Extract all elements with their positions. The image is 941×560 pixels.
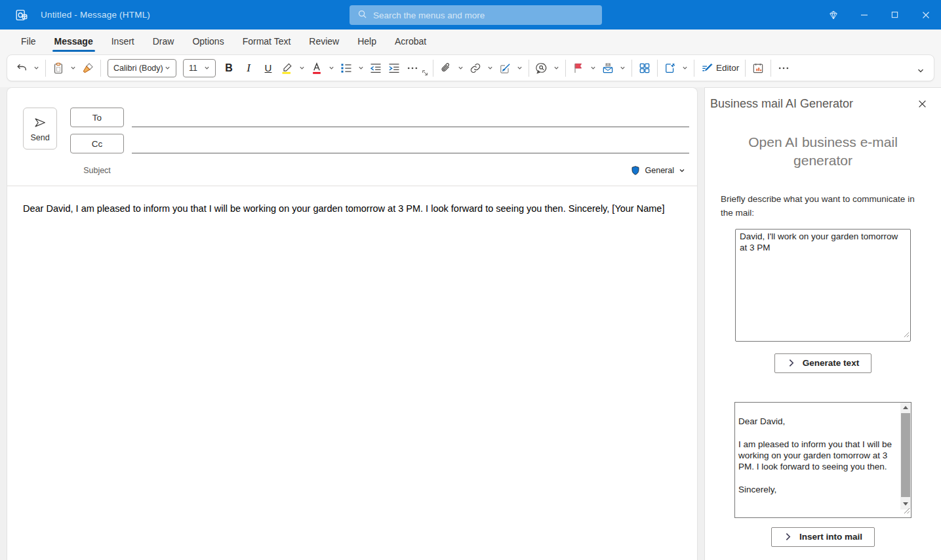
message-compose-area: Send To Cc Subject [7, 87, 698, 560]
scroll-up-button[interactable] [900, 403, 911, 412]
panel-heading: Open AI business e-mail generator [705, 133, 941, 170]
dialog-launcher-icon[interactable] [422, 67, 428, 79]
scroll-thumb[interactable] [901, 413, 910, 497]
subject-label: Subject [70, 166, 124, 175]
output-scrollbar[interactable] [900, 403, 911, 510]
ribbon-search[interactable] [350, 5, 602, 25]
bullets-button[interactable] [337, 58, 355, 79]
tab-draw[interactable]: Draw [144, 30, 184, 54]
ribbon-separator [433, 60, 433, 77]
tab-insert[interactable]: Insert [102, 30, 144, 54]
close-button[interactable] [910, 0, 941, 30]
tab-options[interactable]: Options [183, 30, 233, 54]
paste-dropdown[interactable] [68, 58, 79, 79]
highlight-dropdown[interactable] [296, 58, 308, 79]
ribbon-separator [745, 60, 746, 77]
add-ins-button[interactable] [661, 58, 679, 79]
add-ins-dropdown[interactable] [679, 58, 691, 79]
shield-icon [630, 165, 641, 176]
undo-dropdown[interactable] [31, 58, 42, 79]
ribbon-collapse-button[interactable] [913, 64, 929, 79]
font-name-select[interactable]: Calibri (Body) [108, 59, 176, 77]
ribbon-separator [694, 60, 694, 77]
resize-grip-icon[interactable] [904, 505, 910, 517]
ribbon-tab-bar: File Message Insert Draw Options Format … [0, 30, 941, 54]
tab-help[interactable]: Help [348, 30, 386, 54]
apps-button[interactable] [635, 58, 654, 79]
save-envelope-button[interactable] [599, 58, 617, 79]
link-dropdown[interactable] [485, 58, 496, 79]
output-box[interactable]: Dear David, I am pleased to inform you t… [734, 402, 911, 518]
minimize-button[interactable] [849, 0, 879, 30]
signature-dropdown[interactable] [514, 58, 525, 79]
ribbon-separator [771, 60, 771, 77]
font-color-dropdown[interactable] [326, 58, 337, 79]
resize-grip-icon[interactable] [904, 329, 910, 340]
font-size-select[interactable]: 11 [183, 59, 216, 77]
ribbon-separator [529, 60, 529, 77]
bullets-dropdown[interactable] [355, 58, 367, 79]
to-button[interactable]: To [70, 108, 124, 127]
window-title: Untitled - Message (HTML) [41, 10, 150, 20]
paste-button[interactable] [49, 58, 68, 79]
send-button[interactable]: Send [23, 108, 57, 150]
insert-into-mail-button[interactable]: Insert into mail [771, 527, 875, 547]
increase-indent-button[interactable] [385, 58, 403, 79]
attach-file-button[interactable] [437, 58, 455, 79]
chevron-right-icon [787, 359, 795, 367]
ribbon-separator [100, 60, 101, 77]
chevron-down-icon [165, 65, 170, 71]
ribbon-separator [45, 60, 46, 77]
bold-button[interactable]: B [219, 58, 239, 79]
decrease-indent-button[interactable] [367, 58, 385, 79]
more-paragraph-button[interactable] [403, 58, 422, 79]
undo-button[interactable] [12, 58, 31, 79]
search-icon [357, 9, 367, 22]
save-envelope-dropdown[interactable] [617, 58, 628, 79]
output-text: Dear David, I am pleased to inform you t… [736, 403, 900, 517]
format-painter-button[interactable] [79, 58, 97, 79]
highlight-button[interactable] [278, 58, 296, 79]
ribbon-separator [631, 60, 632, 77]
more-commands-button[interactable] [774, 58, 793, 79]
addin-panel: Business mail AI Generator Open AI busin… [704, 87, 941, 560]
chevron-down-icon [204, 65, 210, 71]
link-button[interactable] [466, 58, 485, 79]
ribbon-separator [565, 60, 566, 77]
sensitivity-dropdown[interactable]: General [630, 165, 685, 176]
follow-up-button[interactable] [569, 58, 588, 79]
search-input[interactable] [373, 10, 594, 20]
font-color-button[interactable] [308, 58, 326, 79]
to-field[interactable] [132, 108, 689, 127]
cc-field[interactable] [132, 134, 689, 153]
signature-button[interactable] [496, 58, 514, 79]
cc-button[interactable]: Cc [70, 134, 124, 153]
tab-review[interactable]: Review [300, 30, 348, 54]
message-body[interactable]: Dear David, I am pleased to inform you t… [7, 186, 697, 540]
italic-button[interactable]: I [239, 58, 258, 79]
tab-file[interactable]: File [12, 30, 45, 54]
tab-acrobat[interactable]: Acrobat [386, 30, 435, 54]
subject-field[interactable] [132, 165, 624, 176]
maximize-button[interactable] [879, 0, 910, 30]
prompt-textarea[interactable]: David, I'll work on your garden tomorrow… [735, 229, 911, 342]
speech-bubble-search-button[interactable] [532, 58, 551, 79]
underline-button[interactable]: U [258, 58, 278, 79]
tab-format-text[interactable]: Format Text [233, 30, 300, 54]
prompt-description: Briefly describe what you want to commun… [721, 192, 927, 220]
ribbon-separator [657, 60, 658, 77]
outlook-icon [14, 8, 29, 22]
generate-text-button[interactable]: Generate text [774, 353, 871, 373]
panel-close-button[interactable] [915, 97, 929, 111]
tab-message[interactable]: Message [45, 30, 102, 54]
attach-dropdown[interactable] [455, 58, 466, 79]
editor-button[interactable]: Editor [698, 58, 742, 79]
ribbon: Calibri (Body) 11 B I U [7, 54, 934, 81]
speech-bubble-dropdown[interactable] [551, 58, 562, 79]
gem-icon[interactable] [818, 0, 849, 30]
chevron-right-icon [784, 532, 792, 541]
follow-up-dropdown[interactable] [588, 58, 599, 79]
insights-button[interactable] [749, 58, 767, 79]
chevron-down-icon [679, 167, 685, 174]
send-plane-icon [33, 115, 47, 130]
